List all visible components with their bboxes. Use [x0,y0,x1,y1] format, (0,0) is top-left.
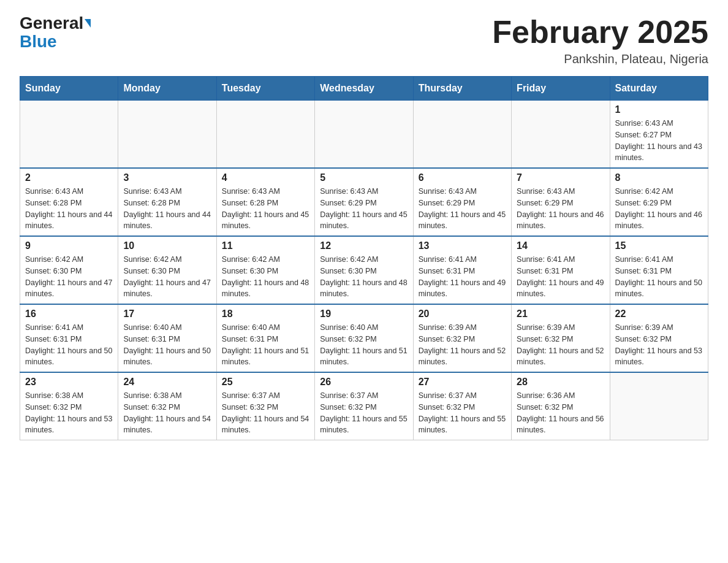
day-info: Sunrise: 6:43 AMSunset: 6:28 PMDaylight:… [25,186,113,232]
day-info: Sunrise: 6:43 AMSunset: 6:28 PMDaylight:… [123,186,211,232]
day-info: Sunrise: 6:39 AMSunset: 6:32 PMDaylight:… [615,322,703,368]
calendar-day-cell: 2Sunrise: 6:43 AMSunset: 6:28 PMDaylight… [20,168,118,236]
month-title: February 2025 [492,15,708,50]
weekday-header-row: Sunday Monday Tuesday Wednesday Thursday… [20,77,708,101]
day-number: 7 [517,172,604,183]
calendar-day-cell [216,101,314,169]
day-number: 13 [419,240,506,251]
calendar-day-cell: 18Sunrise: 6:40 AMSunset: 6:31 PMDayligh… [216,304,314,372]
calendar-day-cell: 26Sunrise: 6:37 AMSunset: 6:32 PMDayligh… [315,372,413,440]
day-info: Sunrise: 6:38 AMSunset: 6:32 PMDaylight:… [123,390,211,436]
header-monday: Monday [118,77,216,101]
calendar-week-row: 2Sunrise: 6:43 AMSunset: 6:28 PMDaylight… [20,168,708,236]
day-info: Sunrise: 6:37 AMSunset: 6:32 PMDaylight:… [222,390,309,436]
day-info: Sunrise: 6:40 AMSunset: 6:31 PMDaylight:… [222,322,309,368]
day-number: 16 [25,308,113,320]
day-info: Sunrise: 6:42 AMSunset: 6:30 PMDaylight:… [222,254,309,300]
header-tuesday: Tuesday [216,77,314,101]
day-info: Sunrise: 6:36 AMSunset: 6:32 PMDaylight:… [517,390,604,436]
day-info: Sunrise: 6:38 AMSunset: 6:32 PMDaylight:… [25,390,113,436]
day-info: Sunrise: 6:41 AMSunset: 6:31 PMDaylight:… [25,322,113,368]
day-number: 8 [615,172,703,183]
calendar-day-cell: 20Sunrise: 6:39 AMSunset: 6:32 PMDayligh… [413,304,511,372]
calendar-day-cell: 17Sunrise: 6:40 AMSunset: 6:31 PMDayligh… [118,304,216,372]
day-info: Sunrise: 6:43 AMSunset: 6:29 PMDaylight:… [320,186,408,232]
header-saturday: Saturday [610,77,708,101]
day-info: Sunrise: 6:39 AMSunset: 6:32 PMDaylight:… [517,322,604,368]
day-info: Sunrise: 6:42 AMSunset: 6:30 PMDaylight:… [25,254,113,300]
day-info: Sunrise: 6:41 AMSunset: 6:31 PMDaylight:… [615,254,703,300]
calendar-day-cell: 11Sunrise: 6:42 AMSunset: 6:30 PMDayligh… [216,236,314,304]
day-info: Sunrise: 6:42 AMSunset: 6:29 PMDaylight:… [615,186,703,232]
day-number: 21 [517,308,604,320]
calendar-day-cell [512,101,610,169]
day-number: 11 [222,240,309,251]
day-number: 12 [320,240,408,251]
day-number: 4 [222,172,309,183]
calendar-day-cell: 28Sunrise: 6:36 AMSunset: 6:32 PMDayligh… [512,372,610,440]
calendar-week-row: 9Sunrise: 6:42 AMSunset: 6:30 PMDaylight… [20,236,708,304]
header-sunday: Sunday [20,77,118,101]
calendar-day-cell: 12Sunrise: 6:42 AMSunset: 6:30 PMDayligh… [315,236,413,304]
day-number: 6 [419,172,506,183]
day-info: Sunrise: 6:43 AMSunset: 6:29 PMDaylight:… [419,186,506,232]
day-info: Sunrise: 6:40 AMSunset: 6:31 PMDaylight:… [123,322,211,368]
logo: General Blue [20,15,91,52]
calendar-day-cell: 3Sunrise: 6:43 AMSunset: 6:28 PMDaylight… [118,168,216,236]
logo-triangle-icon [85,19,91,28]
page-header: General Blue February 2025 Pankshin, Pla… [20,15,708,66]
day-number: 22 [615,308,703,320]
day-number: 26 [320,377,408,388]
header-thursday: Thursday [413,77,511,101]
day-info: Sunrise: 6:37 AMSunset: 6:32 PMDaylight:… [419,390,506,436]
logo-blue: Blue [20,32,57,52]
calendar-day-cell: 16Sunrise: 6:41 AMSunset: 6:31 PMDayligh… [20,304,118,372]
day-info: Sunrise: 6:43 AMSunset: 6:28 PMDaylight:… [222,186,309,232]
day-number: 2 [25,172,113,183]
day-number: 1 [615,104,703,115]
calendar-table: Sunday Monday Tuesday Wednesday Thursday… [20,76,708,440]
calendar-day-cell [610,372,708,440]
day-number: 3 [123,172,211,183]
calendar-day-cell: 8Sunrise: 6:42 AMSunset: 6:29 PMDaylight… [610,168,708,236]
day-number: 19 [320,308,408,320]
calendar-day-cell: 9Sunrise: 6:42 AMSunset: 6:30 PMDaylight… [20,236,118,304]
calendar-day-cell: 6Sunrise: 6:43 AMSunset: 6:29 PMDaylight… [413,168,511,236]
calendar-day-cell [413,101,511,169]
calendar-day-cell [20,101,118,169]
calendar-day-cell: 19Sunrise: 6:40 AMSunset: 6:32 PMDayligh… [315,304,413,372]
day-number: 24 [123,377,211,388]
calendar-day-cell [118,101,216,169]
calendar-day-cell: 23Sunrise: 6:38 AMSunset: 6:32 PMDayligh… [20,372,118,440]
calendar-day-cell: 1Sunrise: 6:43 AMSunset: 6:27 PMDaylight… [610,101,708,169]
calendar-week-row: 16Sunrise: 6:41 AMSunset: 6:31 PMDayligh… [20,304,708,372]
day-info: Sunrise: 6:42 AMSunset: 6:30 PMDaylight:… [123,254,211,300]
day-number: 20 [419,308,506,320]
day-number: 27 [419,377,506,388]
calendar-day-cell: 13Sunrise: 6:41 AMSunset: 6:31 PMDayligh… [413,236,511,304]
calendar-day-cell: 7Sunrise: 6:43 AMSunset: 6:29 PMDaylight… [512,168,610,236]
calendar-day-cell: 5Sunrise: 6:43 AMSunset: 6:29 PMDaylight… [315,168,413,236]
day-number: 14 [517,240,604,251]
calendar-day-cell [315,101,413,169]
day-number: 15 [615,240,703,251]
day-info: Sunrise: 6:43 AMSunset: 6:27 PMDaylight:… [615,118,703,164]
calendar-day-cell: 25Sunrise: 6:37 AMSunset: 6:32 PMDayligh… [216,372,314,440]
calendar-day-cell: 27Sunrise: 6:37 AMSunset: 6:32 PMDayligh… [413,372,511,440]
day-number: 23 [25,377,113,388]
location-subtitle: Pankshin, Plateau, Nigeria [492,52,708,66]
day-info: Sunrise: 6:41 AMSunset: 6:31 PMDaylight:… [517,254,604,300]
calendar-day-cell: 22Sunrise: 6:39 AMSunset: 6:32 PMDayligh… [610,304,708,372]
day-info: Sunrise: 6:41 AMSunset: 6:31 PMDaylight:… [419,254,506,300]
calendar-day-cell: 4Sunrise: 6:43 AMSunset: 6:28 PMDaylight… [216,168,314,236]
day-number: 5 [320,172,408,183]
title-area: February 2025 Pankshin, Plateau, Nigeria [492,15,708,66]
calendar-day-cell: 24Sunrise: 6:38 AMSunset: 6:32 PMDayligh… [118,372,216,440]
day-number: 18 [222,308,309,320]
day-number: 10 [123,240,211,251]
calendar-week-row: 23Sunrise: 6:38 AMSunset: 6:32 PMDayligh… [20,372,708,440]
header-wednesday: Wednesday [315,77,413,101]
calendar-day-cell: 10Sunrise: 6:42 AMSunset: 6:30 PMDayligh… [118,236,216,304]
calendar-day-cell: 15Sunrise: 6:41 AMSunset: 6:31 PMDayligh… [610,236,708,304]
day-info: Sunrise: 6:40 AMSunset: 6:32 PMDaylight:… [320,322,408,368]
